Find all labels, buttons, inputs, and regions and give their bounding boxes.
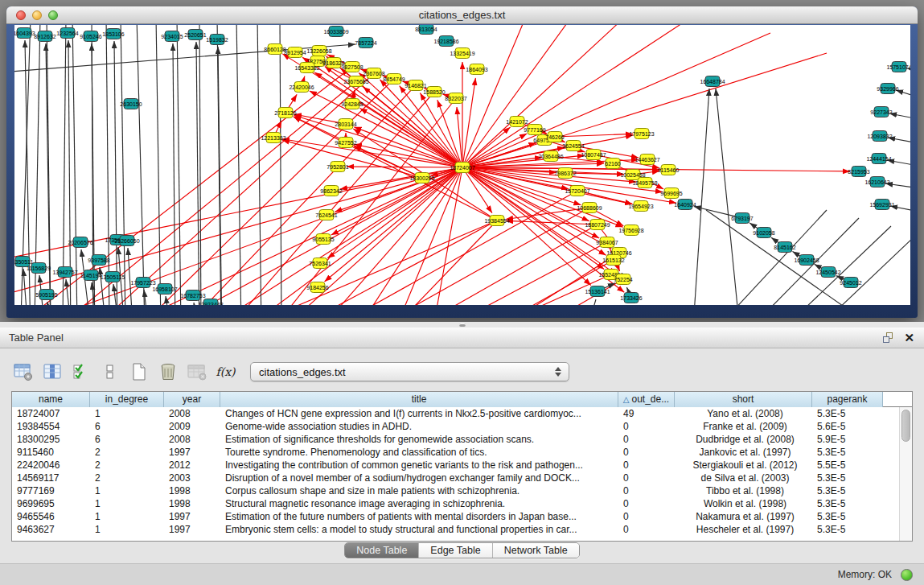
cell-out_de: 0	[618, 523, 675, 536]
table-row[interactable]: 969969511998Structural magnetic resonanc…	[12, 497, 899, 510]
cell-title: Genome-wide association studies in ADHD.	[220, 420, 618, 433]
graph-node-label: 18807249	[585, 222, 610, 228]
column-header-year[interactable]: year	[164, 392, 220, 407]
application-screen: citations_edges.txt 18724007866012889129…	[0, 0, 924, 585]
column-header-short[interactable]: short	[675, 392, 812, 407]
tab-node-table[interactable]: Node Table	[345, 543, 419, 558]
cell-name: 9699695	[12, 497, 90, 510]
graph-node-label: 16210643	[864, 179, 889, 185]
graph-node-label: 1604393	[14, 31, 35, 36]
graph-node-label: 10688609	[577, 205, 602, 211]
graph-node-label: 16648784	[700, 79, 725, 84]
cell-title: Corpus callosum shape and size in male p…	[220, 484, 618, 497]
show-column-button[interactable]	[41, 361, 63, 382]
vertical-scrollbar[interactable]	[899, 407, 912, 541]
cell-title: Tourette syndrome. Phenomenology and cla…	[220, 446, 618, 459]
table-row[interactable]: 911546021997Tourette syndrome. Phenomeno…	[12, 446, 899, 459]
table-row[interactable]: 946554611997Estimation of the future num…	[12, 510, 899, 523]
row-height-button[interactable]	[99, 361, 121, 382]
cell-title: Disruption of a novel member of a sodium…	[220, 472, 618, 484]
cell-pagerank: 5.3E-5	[812, 472, 883, 484]
cell-name: 22420046	[12, 459, 90, 472]
close-panel-icon[interactable]: ✕	[904, 332, 914, 344]
graph-node-label: 16782753	[180, 293, 205, 299]
graph-node-label: 9427552	[335, 140, 356, 146]
splitter-grip[interactable]	[459, 323, 466, 327]
delete-rows-button[interactable]	[157, 361, 179, 382]
float-panel-icon[interactable]	[883, 332, 894, 344]
column-header-title[interactable]: title	[220, 392, 618, 407]
graph-node-label: 1519832	[206, 37, 228, 43]
table-selector-dropdown[interactable]: citations_edges.txt	[250, 362, 569, 381]
delete-table-button[interactable]	[186, 361, 207, 382]
graph-node-label: 16958107	[152, 286, 177, 292]
graph-node-label: 9227343	[870, 109, 892, 115]
graph-node-label: 9105246	[80, 34, 101, 39]
tab-edge-table[interactable]: Edge Table	[419, 543, 492, 558]
graph-node-label: 15751074	[886, 64, 910, 70]
graph-node-label: 10807487	[581, 152, 606, 158]
new-table-button[interactable]	[128, 361, 150, 382]
cell-pagerank: 5.3E-5	[812, 484, 883, 497]
table-row[interactable]: 1456911722003Disruption of a novel membe…	[12, 472, 899, 484]
network-graph[interactable]: 1872400786601288912954132260581827503165…	[14, 25, 910, 305]
cell-out_de: 0	[618, 446, 675, 459]
table-tabs: Node Table Edge Table Network Table	[0, 542, 924, 558]
cell-year: 2003	[164, 472, 220, 484]
cell-title: Estimation of significance thresholds fo…	[220, 433, 618, 446]
cell-year: 1998	[164, 484, 220, 497]
network-graph-canvas[interactable]: 1872400786601288912954132260581827503165…	[14, 25, 910, 305]
window-titlebar[interactable]: citations_edges.txt	[6, 6, 918, 24]
tab-network-table[interactable]: Network Table	[493, 543, 579, 558]
status-bar: Memory: OK	[0, 563, 924, 585]
column-header-pagerank[interactable]: pagerank	[812, 392, 883, 407]
table-panel-header: Table Panel ✕	[0, 328, 924, 348]
scrollbar-thumb[interactable]	[901, 410, 910, 442]
cell-short: Franke et al. (2009)	[675, 420, 812, 433]
graph-node-label: 1853106	[102, 31, 124, 37]
cell-in_degree: 6	[90, 433, 164, 446]
cell-in_degree: 2	[90, 459, 164, 472]
table-row[interactable]: 977716911998Corpus callosum shape and si…	[12, 484, 899, 497]
graph-node-label: 25266050	[114, 238, 139, 244]
cell-out_de: 0	[618, 497, 675, 510]
graph-node-label: 13942757	[52, 270, 77, 275]
column-header-name[interactable]: name	[12, 392, 90, 407]
column-header-in_degree[interactable]: in_degree	[90, 392, 164, 407]
cell-short: Wolkin et al. (1998)	[675, 497, 812, 510]
cell-year: 1998	[164, 497, 220, 510]
graph-node-label: 12450542	[815, 270, 840, 275]
select-rows-button[interactable]	[70, 361, 92, 382]
graph-node-label: 2367608	[363, 71, 384, 76]
graph-node-label: 7986372	[554, 171, 576, 176]
graph-node-label: 9234015	[161, 34, 183, 39]
table-settings-button[interactable]	[12, 361, 34, 382]
table-row[interactable]: 1830029562008Estimation of significance …	[12, 433, 899, 446]
table-header-row: namein_degreeyeartitle△out_de...shortpag…	[12, 392, 912, 407]
graph-node-label: 19654923	[628, 204, 653, 209]
graph-node-label: 12093832	[867, 134, 892, 139]
table-row[interactable]: 1938455462009Genome-wide association stu…	[12, 420, 899, 433]
table-row[interactable]: 2242004622012Investigating the contribut…	[12, 459, 899, 472]
cell-name: 18300295	[12, 433, 90, 446]
horizontal-splitter[interactable]	[0, 322, 924, 328]
graph-node-label: 9827508	[341, 64, 363, 70]
graph-node-label: 9184256	[306, 285, 328, 290]
cell-in_degree: 1	[90, 484, 164, 497]
graph-node-label: 62160	[605, 161, 621, 167]
graph-node-label: 1588520	[423, 89, 445, 95]
function-builder-button[interactable]: f(x)	[215, 361, 236, 382]
cell-out_de: 0	[618, 484, 675, 497]
table-row[interactable]: 946362711997Embryonic stem cells: a mode…	[12, 523, 899, 536]
table-row[interactable]: 1872400712008Changes of HCN gene express…	[12, 407, 899, 420]
graph-node-label: 1350511	[14, 259, 33, 265]
network-window: citations_edges.txt 18724007866012889129…	[6, 6, 918, 318]
graph-node-label: 1232564	[56, 31, 78, 36]
graph-node-label: 18724007	[450, 165, 474, 171]
cell-in_degree: 1	[90, 523, 164, 536]
column-header-out_de[interactable]: △out_de...	[618, 392, 675, 407]
cell-title: Changes of HCN gene expression and I(f) …	[220, 407, 618, 420]
graph-node-label: 12444154	[866, 156, 891, 162]
cell-title: Investigating the contribution of common…	[220, 459, 618, 472]
graph-node-label: 12923448	[198, 302, 223, 306]
